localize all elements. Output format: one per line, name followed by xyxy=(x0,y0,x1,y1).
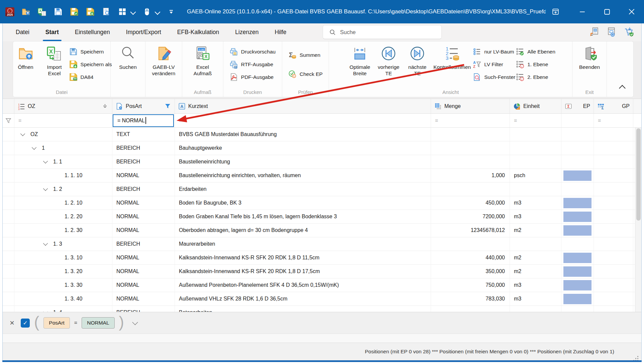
table-row[interactable]: 1. 3BEREICHMaurerarbeiten xyxy=(2,237,642,251)
filter-cell-ep[interactable] xyxy=(561,114,594,127)
column-header-oz[interactable]: 123 OZ xyxy=(14,99,112,113)
import-excel-icon[interactable]: X xyxy=(37,7,46,16)
ribbon-beenden-button[interactable]: Beenden xyxy=(575,45,604,70)
table-row[interactable]: 1. 1BEREICHBaustelleneinrichtung xyxy=(2,155,642,169)
table-row[interactable]: 1. 1. 10NORMALBaustelleneinrichtung einr… xyxy=(2,169,642,183)
ribbon-alle-ebenen-button[interactable]: Alle Ebenen xyxy=(516,47,555,56)
filter-cell-gp[interactable]: = xyxy=(594,114,633,127)
minimize-button[interactable] xyxy=(570,0,595,23)
chevron-down-icon[interactable] xyxy=(155,9,160,15)
tab-import-export[interactable]: Import/Export xyxy=(118,23,169,41)
ribbon-naechste-te-button[interactable]: nächsteTE xyxy=(403,45,431,77)
row-expander-chevron[interactable] xyxy=(19,133,26,135)
ribbon-check-ep-button[interactable]: €Check EP xyxy=(288,70,323,78)
filter-value-chip[interactable]: NORMAL xyxy=(82,317,114,329)
maximize-button[interactable] xyxy=(595,0,619,23)
ribbon-lv-filter-button[interactable]: AZLV Filter xyxy=(473,60,515,69)
shop-icon[interactable] xyxy=(624,26,634,37)
ribbon-summen-button[interactable]: ΣSummen xyxy=(288,51,323,59)
filter-dropdown-chevron-icon[interactable] xyxy=(132,320,138,325)
filter-cell-menge[interactable]: = xyxy=(431,114,510,127)
collapse-ribbon-button[interactable] xyxy=(617,83,628,92)
ribbon-speichern-button[interactable]: Speichern xyxy=(69,47,112,56)
column-header-menge[interactable]: Menge xyxy=(431,99,510,113)
mouse-options-icon[interactable] xyxy=(142,7,151,16)
ribbon-ebene-2-button[interactable]: 22. Ebene xyxy=(516,73,555,81)
resize-grip[interactable] xyxy=(637,356,638,357)
tab-lizenzen[interactable]: Lizenzen xyxy=(227,23,266,41)
filter-cell-posart[interactable]: = NORMAL xyxy=(112,114,175,127)
scrollbar-thumb[interactable] xyxy=(636,128,641,221)
filter-cell-oz[interactable]: = xyxy=(14,114,112,127)
ribbon-druckvorschau-button[interactable]: Druckvorschau xyxy=(230,47,276,56)
close-filter-button[interactable]: × xyxy=(8,318,16,328)
print-preview-icon[interactable] xyxy=(102,7,111,16)
filter-field-chip[interactable]: PosArt xyxy=(43,317,70,329)
view-menu-icon[interactable] xyxy=(118,7,127,16)
filter-cell-einheit[interactable]: = xyxy=(510,114,561,127)
table-row[interactable]: 1. 4BEREICHBetonarbeiten xyxy=(2,306,642,312)
filter-cell-kurztext[interactable]: = xyxy=(175,114,431,127)
ribbon-ebene-1-button[interactable]: 11. Ebene xyxy=(516,60,555,69)
vertical-scrollbar[interactable] xyxy=(635,128,642,312)
column-header-einheit[interactable]: Einheit xyxy=(510,99,561,113)
ribbon-nur-lv-baum-button[interactable]: nur LV-Baum xyxy=(473,47,515,56)
tab-efb-kalkulation[interactable]: EFB-Kalkulation xyxy=(169,23,227,41)
oz-value: 1. 4 xyxy=(53,310,62,312)
ribbon-oeffnen-button[interactable]: Öffnen xyxy=(12,45,40,70)
ribbon-kontrollsummen-button[interactable]: 123Kontrollsummen xyxy=(432,45,472,70)
save-icon[interactable] xyxy=(53,7,63,16)
save-as-icon[interactable] xyxy=(70,7,79,16)
ribbon-suchen-button[interactable]: Suchen xyxy=(114,45,142,70)
cell-posart: NORMAL xyxy=(112,292,175,306)
ribbon-da84-button[interactable]: DA84 xyxy=(69,73,112,81)
table-row[interactable]: 1. 2BEREICHErdarbeiten xyxy=(2,183,642,196)
ribbon-rtf-ausgabe-button[interactable]: WRTF-Ausgabe xyxy=(230,60,276,69)
save-da84-icon[interactable] xyxy=(86,7,95,16)
close-button[interactable] xyxy=(619,0,644,23)
row-expander-chevron[interactable] xyxy=(30,147,38,149)
column-header-gp[interactable]: Σ GP xyxy=(594,99,633,113)
tab-einstellungen[interactable]: Einstellungen xyxy=(67,23,118,41)
ribbon-excel-aufmass-button[interactable]: 0.00XExcelAufmaß xyxy=(189,45,217,77)
app-logo-icon[interactable]: 2025 xyxy=(5,7,14,16)
ribbon-vorherige-te-button[interactable]: vorherigeTE xyxy=(374,45,403,77)
ribbon-gaeb-lv-veraendern-button[interactable]: GAEB-LVverändern xyxy=(150,45,178,77)
newsletter-icon[interactable] xyxy=(589,26,600,37)
ribbon-optimale-breite-button[interactable]: OptimaleBreite xyxy=(346,45,374,77)
filter-operator[interactable]: = xyxy=(74,320,77,326)
search-input[interactable]: Suche xyxy=(323,25,442,39)
posart-filter-input[interactable]: = NORMAL xyxy=(113,114,174,127)
tab-label: Hilfe xyxy=(275,29,286,36)
tab-start[interactable]: Start xyxy=(37,23,67,41)
column-header-ep[interactable]: Σ EP xyxy=(561,99,594,113)
table-row[interactable]: 1. 3. 10NORMALKalksandstein-Innenwand KS… xyxy=(2,251,642,265)
chevron-down-icon[interactable] xyxy=(130,9,136,15)
column-header-posart[interactable]: PosArt xyxy=(112,99,175,113)
tab-hilfe[interactable]: Hilfe xyxy=(266,23,294,41)
table-row[interactable]: 1. 2. 30NORMALOberboden abtragen, lagern… xyxy=(2,224,642,237)
table-row[interactable]: 1BEREICHBauhauptgewerke xyxy=(2,141,642,155)
tab-datei[interactable]: Datei xyxy=(8,23,37,41)
column-header-kurztext[interactable]: A Kurztext xyxy=(175,99,431,113)
table-row[interactable]: 1. 2. 20NORMALBoden Graben Kanal Tiefe b… xyxy=(2,210,642,224)
active-filter-funnel-icon[interactable] xyxy=(164,103,171,110)
ribbon-import-excel-button[interactable]: XImportExcel xyxy=(40,45,69,77)
filter-enabled-checkbox[interactable]: ✓ xyxy=(21,319,30,328)
row-expander-chevron[interactable] xyxy=(42,243,49,245)
collapse-quickbar-icon[interactable] xyxy=(167,7,176,16)
table-row[interactable]: 1. 3. 20NORMALKalksandstein-Innenwand KS… xyxy=(2,265,642,278)
sort-indicator-icon[interactable] xyxy=(101,103,109,110)
ribbon-pdf-ausgabe-button[interactable]: PDF-Ausgabe xyxy=(230,73,276,81)
ribbon-speichern-als-button[interactable]: Speichern als xyxy=(69,60,112,69)
table-row[interactable]: OZTEXTBVBS GAEB Musterdatei Bauausführun… xyxy=(2,128,642,141)
table-row[interactable]: 1. 2. 10NORMALBoden für Baugrube, BK 345… xyxy=(2,196,642,210)
web-manual-icon[interactable] xyxy=(606,26,617,37)
table-row[interactable]: 1. 3. 40NORMALAußenwand VHLz SFK 28 RDK … xyxy=(2,292,642,306)
table-row[interactable]: 1. 3. 30NORMALAußenwand Porenbeton-Plane… xyxy=(2,278,642,292)
ribbon-pin-button[interactable] xyxy=(546,0,565,23)
row-expander-chevron[interactable] xyxy=(42,188,49,190)
ribbon-such-fenster-button[interactable]: Such-Fenster xyxy=(473,73,515,81)
open-file-icon[interactable] xyxy=(21,7,30,16)
row-expander-chevron[interactable] xyxy=(42,161,49,163)
